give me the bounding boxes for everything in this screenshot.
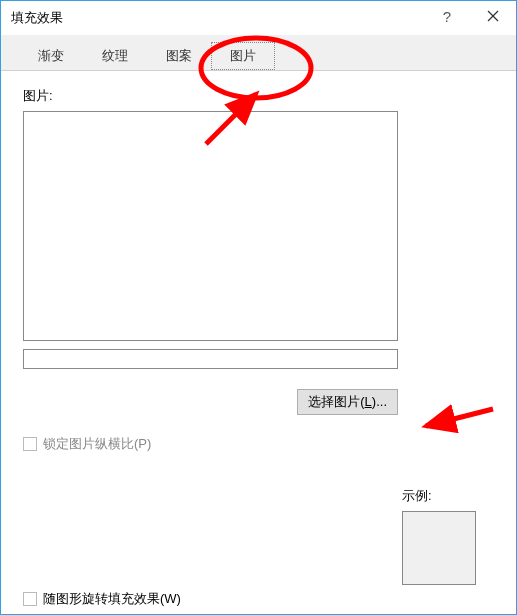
dialog-title: 填充效果 <box>11 9 63 27</box>
checkbox-icon <box>23 437 37 451</box>
window-controls: ? <box>424 1 516 35</box>
close-button[interactable] <box>470 1 516 31</box>
checkbox-label: 随图形旋转填充效果(W) <box>43 590 181 608</box>
btn-text-accel: L <box>365 394 372 409</box>
close-icon <box>487 10 499 22</box>
tab-gradient[interactable]: 渐变 <box>19 42 83 70</box>
tab-pattern[interactable]: 图案 <box>147 42 211 70</box>
picture-label: 图片: <box>23 87 494 105</box>
lock-aspect-checkbox: 锁定图片纵横比(P) <box>23 435 494 453</box>
tab-label: 纹理 <box>102 47 128 65</box>
tab-texture[interactable]: 纹理 <box>83 42 147 70</box>
select-picture-button[interactable]: 选择图片(L)... <box>297 389 398 415</box>
titlebar: 填充效果 ? <box>1 1 516 35</box>
tab-content-picture: 图片: 选择图片(L)... 锁定图片纵横比(P) <box>1 71 516 453</box>
select-picture-row: 选择图片(L)... <box>23 389 398 415</box>
tab-label: 渐变 <box>38 47 64 65</box>
btn-text-pre: 选择图片( <box>308 394 364 409</box>
fill-effects-dialog: 填充效果 ? 渐变 纹理 图案 图片 图片: <box>0 0 517 615</box>
example-label: 示例: <box>402 487 476 505</box>
rotate-fill-checkbox[interactable]: 随图形旋转填充效果(W) <box>23 590 181 608</box>
btn-text-post: )... <box>372 394 387 409</box>
tab-label: 图案 <box>166 47 192 65</box>
tabstrip: 渐变 纹理 图案 图片 <box>1 35 516 71</box>
checkbox-label: 锁定图片纵横比(P) <box>43 435 151 453</box>
example-block: 示例: <box>402 487 476 585</box>
picture-path-field <box>23 349 398 369</box>
tab-picture[interactable]: 图片 <box>211 42 275 70</box>
example-preview <box>402 511 476 585</box>
tab-label: 图片 <box>230 47 256 65</box>
help-button[interactable]: ? <box>424 1 470 31</box>
picture-preview-box <box>23 111 398 341</box>
checkbox-icon <box>23 592 37 606</box>
